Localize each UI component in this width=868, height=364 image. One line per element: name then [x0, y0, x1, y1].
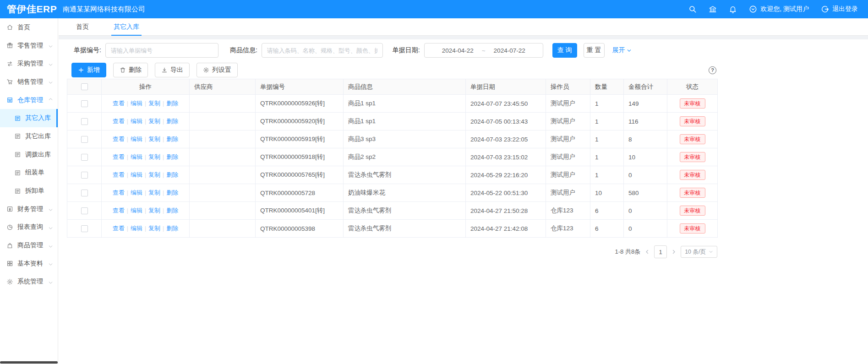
delete-link[interactable]: 删除	[166, 171, 178, 178]
copy-link[interactable]: 复制	[148, 189, 160, 196]
action-separator: |	[145, 207, 146, 214]
bell-icon[interactable]	[729, 5, 737, 13]
date-cell: 2024-07-07 23:45:50	[466, 95, 546, 113]
edit-link[interactable]: 编辑	[131, 225, 142, 232]
export-button[interactable]: 导出	[155, 63, 190, 77]
view-link[interactable]: 查看	[113, 207, 125, 214]
row-checkbox[interactable]	[81, 172, 88, 179]
copy-link[interactable]: 复制	[148, 118, 160, 125]
next-page-button[interactable]	[671, 249, 677, 255]
delete-link[interactable]: 删除	[166, 189, 178, 196]
qty-cell: 1	[590, 113, 624, 130]
view-link[interactable]: 查看	[113, 118, 125, 125]
operator-cell: 测试用户	[546, 148, 590, 166]
sidebar-subitem[interactable]: 组装单	[0, 164, 58, 182]
supplier-cell	[190, 130, 256, 148]
row-checkbox[interactable]	[81, 225, 88, 232]
sidebar-subitem[interactable]: 其它入库	[0, 109, 58, 127]
sidebar-item[interactable]: 仓库管理	[0, 91, 58, 109]
sidebar-item[interactable]: 销售管理	[0, 73, 58, 91]
sidebar-item[interactable]: 商品管理	[0, 236, 58, 255]
view-link[interactable]: 查看	[113, 171, 125, 178]
column-settings-button[interactable]: 列设置	[197, 63, 238, 77]
delete-link[interactable]: 删除	[166, 207, 178, 214]
tab[interactable]: 其它入库	[111, 18, 142, 35]
sidebar-item[interactable]: 基本资料	[0, 255, 58, 273]
select-all-checkbox[interactable]	[81, 83, 88, 90]
table-row: 查看|编辑|复制|删除QTRK00000005765[转]雷达杀虫气雾剂2024…	[67, 166, 718, 184]
page-number-button[interactable]: 1	[654, 245, 667, 258]
user-menu[interactable]: 欢迎您, 测试用户	[749, 5, 809, 13]
add-button[interactable]: 新增	[71, 63, 106, 77]
row-checkbox[interactable]	[81, 136, 88, 143]
date-to-value[interactable]: 2024-07-22	[494, 47, 525, 54]
delete-link[interactable]: 删除	[166, 225, 178, 232]
page-size-select[interactable]: 10 条/页	[681, 246, 717, 258]
action-separator: |	[145, 225, 146, 232]
delete-link[interactable]: 删除	[166, 100, 178, 107]
doc-icon	[14, 188, 21, 195]
status-badge: 未审核	[680, 134, 705, 144]
copy-link[interactable]: 复制	[148, 100, 160, 107]
edit-link[interactable]: 编辑	[131, 100, 142, 107]
logout-button[interactable]: 退出登录	[821, 5, 858, 13]
edit-link[interactable]: 编辑	[131, 136, 142, 142]
view-link[interactable]: 查看	[113, 225, 125, 232]
row-checkbox[interactable]	[81, 207, 88, 214]
sidebar-item[interactable]: 采购管理	[0, 54, 58, 73]
view-link[interactable]: 查看	[113, 189, 125, 196]
search-icon[interactable]	[688, 5, 697, 13]
edit-link[interactable]: 编辑	[131, 207, 142, 214]
sidebar-item-label: 组装单	[25, 168, 44, 177]
product-info-input[interactable]	[262, 43, 383, 58]
delete-link[interactable]: 删除	[166, 153, 178, 160]
row-checkbox[interactable]	[81, 100, 88, 107]
table-header-row: 操作供应商单据编号商品信息单据日期操作员数量金额合计状态	[67, 79, 718, 95]
sidebar-item[interactable]: 财务管理	[0, 200, 58, 218]
bill-no-input[interactable]	[105, 43, 218, 58]
prev-page-button[interactable]	[644, 249, 650, 255]
date-from-value[interactable]: 2024-04-22	[442, 47, 474, 54]
delete-button[interactable]: 删除	[113, 63, 148, 77]
sidebar-subitem[interactable]: 其它出库	[0, 127, 58, 146]
date-range-picker[interactable]: 2024-04-22 ~ 2024-07-22	[424, 43, 543, 58]
sidebar-item[interactable]: 首页	[0, 18, 58, 37]
edit-link[interactable]: 编辑	[131, 118, 142, 125]
edit-link[interactable]: 编辑	[131, 171, 142, 178]
view-link[interactable]: 查看	[113, 100, 125, 107]
view-link[interactable]: 查看	[113, 153, 125, 160]
filter-row: 单据编号: 商品信息: 单据日期: 2024-04-22 ~ 2024-07-2…	[67, 39, 717, 61]
sidebar-item[interactable]: 系统管理	[0, 273, 58, 291]
delete-link[interactable]: 删除	[166, 118, 178, 125]
main-area: 首页其它入库 单据编号: 商品信息: 单据日期: 2024-04-22 ~ 20…	[59, 18, 868, 364]
copy-link[interactable]: 复制	[148, 153, 160, 160]
column-header: 供应商	[190, 79, 256, 95]
copy-link[interactable]: 复制	[148, 136, 160, 142]
sidebar-item[interactable]: 报表查询	[0, 218, 58, 237]
sales-icon	[6, 78, 13, 85]
sidebar-item[interactable]: 零售管理	[0, 37, 58, 55]
edit-link[interactable]: 编辑	[131, 189, 142, 196]
organization-icon[interactable]	[709, 5, 717, 13]
toolbar: 新增 删除 导出 列设置 ?	[67, 61, 717, 79]
copy-link[interactable]: 复制	[148, 171, 160, 178]
copy-link[interactable]: 复制	[148, 207, 160, 214]
reset-button[interactable]: 重 置	[584, 43, 605, 58]
edit-link[interactable]: 编辑	[131, 153, 142, 160]
row-checkbox[interactable]	[81, 118, 88, 125]
view-link[interactable]: 查看	[113, 136, 125, 142]
tab[interactable]: 首页	[74, 18, 91, 35]
date-cell: 2024-07-03 23:22:05	[466, 130, 546, 148]
sidebar-scrollbar[interactable]	[0, 361, 58, 364]
row-checkbox[interactable]	[81, 190, 88, 196]
expand-link[interactable]: 展开	[612, 46, 632, 54]
delete-link[interactable]: 删除	[166, 136, 178, 142]
amount-cell: 10	[624, 148, 667, 166]
row-checkbox[interactable]	[81, 154, 88, 161]
search-button[interactable]: 查 询	[552, 43, 577, 58]
sidebar-subitem[interactable]: 拆卸单	[0, 182, 58, 200]
sidebar-subitem[interactable]: 调拨出库	[0, 146, 58, 164]
copy-link[interactable]: 复制	[148, 225, 160, 232]
help-icon[interactable]: ?	[709, 66, 716, 74]
chevron-down-icon	[627, 48, 632, 53]
